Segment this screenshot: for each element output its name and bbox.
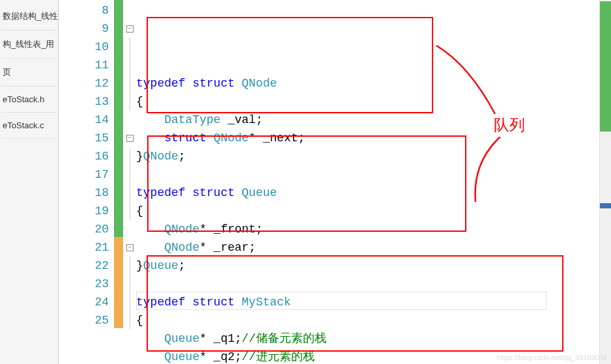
- code-line[interactable]: typedef struct MyStack: [136, 293, 611, 311]
- change-marker: [114, 273, 123, 292]
- line-number: 18: [59, 184, 109, 202]
- sidebar-item[interactable]: eToStack.h: [1, 87, 57, 113]
- fold-strip: −−−: [123, 0, 136, 364]
- change-marker-strip: [114, 0, 123, 364]
- line-number: 25: [59, 311, 109, 329]
- change-marker: [114, 219, 123, 237]
- line-number: 21: [59, 238, 109, 257]
- change-marker: [114, 109, 123, 128]
- code-line[interactable]: }Queue;: [136, 257, 611, 275]
- code-line[interactable]: [136, 275, 611, 293]
- change-marker: [114, 91, 123, 109]
- code-line[interactable]: Queue* _q2;//进元素的栈: [136, 348, 611, 364]
- change-marker: [114, 310, 123, 328]
- change-marker: [114, 237, 123, 255]
- code-line[interactable]: }QNode;: [136, 147, 611, 165]
- code-line[interactable]: {: [136, 311, 611, 329]
- line-number: 11: [59, 56, 109, 74]
- sidebar-item[interactable]: eToStack.c: [1, 113, 57, 139]
- code-line[interactable]: [136, 56, 611, 74]
- line-number: 19: [59, 202, 109, 220]
- code-line[interactable]: QNode* _rear;: [136, 238, 611, 257]
- code-line[interactable]: QNode* _front;: [136, 220, 611, 238]
- line-number: 14: [59, 111, 109, 129]
- line-number: 8: [59, 1, 109, 20]
- line-number: 22: [59, 257, 109, 275]
- change-marker: [114, 292, 123, 310]
- code-line[interactable]: struct QNode* _next;: [136, 129, 611, 147]
- code-area[interactable]: typedef struct QNode{ DataType _val; str…: [136, 0, 611, 364]
- fold-toggle-icon[interactable]: −: [126, 244, 134, 251]
- change-marker: [114, 73, 123, 91]
- line-number: 12: [59, 74, 109, 92]
- code-line[interactable]: {: [136, 202, 611, 220]
- change-marker: [114, 18, 123, 36]
- code-line[interactable]: {: [136, 92, 611, 111]
- code-line[interactable]: [136, 165, 611, 184]
- scrollbar-overview[interactable]: [599, 0, 611, 364]
- file-explorer-sidebar[interactable]: 数据结构_线性 构_线性表_用 页 eToStack.h eToStack.c: [0, 0, 59, 364]
- sidebar-item[interactable]: 页: [1, 59, 57, 87]
- line-number: 23: [59, 275, 109, 293]
- change-marker: [114, 255, 123, 273]
- line-number: 15: [59, 129, 109, 147]
- line-number: 10: [59, 38, 109, 56]
- change-marker: [114, 164, 123, 182]
- change-marker: [114, 128, 123, 146]
- change-marker: [114, 201, 123, 219]
- line-number-gutter: 8910111213141516171819202122232425: [59, 0, 114, 364]
- line-number: 13: [59, 92, 109, 111]
- line-number: 20: [59, 220, 109, 238]
- code-line[interactable]: typedef struct QNode: [136, 74, 611, 92]
- code-line[interactable]: DataType _val;: [136, 111, 611, 129]
- sidebar-item[interactable]: 数据结构_线性: [1, 3, 57, 31]
- change-marker: [114, 36, 123, 55]
- sidebar-item[interactable]: 构_线性表_用: [1, 31, 57, 59]
- change-marker: [114, 55, 123, 73]
- change-marker: [114, 182, 123, 201]
- fold-toggle-icon[interactable]: −: [126, 135, 134, 142]
- line-number: 24: [59, 293, 109, 311]
- line-number: 17: [59, 165, 109, 184]
- code-line[interactable]: typedef struct Queue: [136, 184, 611, 202]
- line-number: 9: [59, 20, 109, 38]
- line-number: 16: [59, 147, 109, 165]
- code-line[interactable]: Queue* _q1;//储备元素的栈: [136, 329, 611, 348]
- change-marker: [114, 0, 123, 18]
- change-marker: [114, 146, 123, 164]
- fold-toggle-icon[interactable]: −: [126, 25, 134, 33]
- code-editor[interactable]: 8910111213141516171819202122232425 −−− t…: [59, 0, 611, 364]
